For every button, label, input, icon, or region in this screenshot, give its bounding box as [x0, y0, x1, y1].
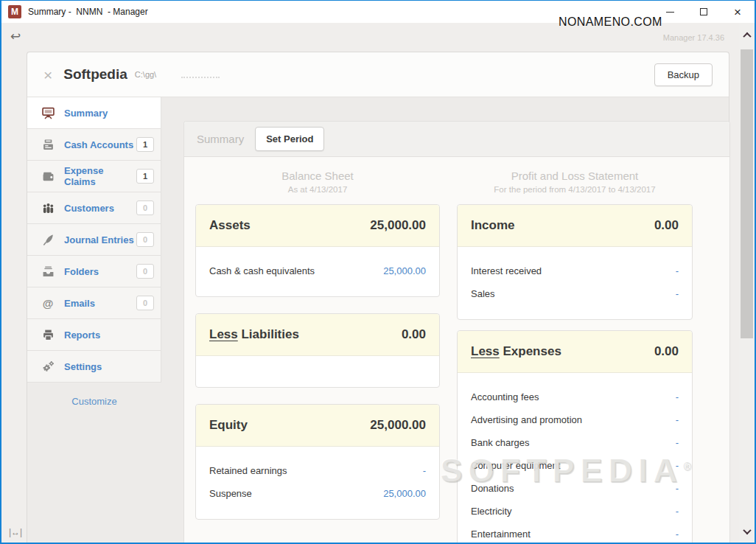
sidebar-item-journal-entries[interactable]: Journal Entries 0: [27, 224, 161, 256]
sidebar-item-settings[interactable]: Settings: [27, 351, 161, 383]
assets-card-body: Cash & cash equivalents 25,000.00: [196, 247, 439, 296]
sidebar-item-customers[interactable]: Customers 0: [27, 192, 161, 224]
account-row: Accounting fees -: [458, 386, 692, 408]
account-value-link[interactable]: -: [676, 437, 679, 448]
count-badge: 0: [136, 296, 154, 310]
window-title: Summary - NNMN - Manager: [28, 7, 148, 17]
profit-loss-header: Profit and Loss Statement For the period…: [457, 170, 693, 194]
sidebar-item-label: Summary: [64, 108, 108, 119]
account-value-link[interactable]: -: [423, 465, 426, 476]
account-label: Computer equipment: [471, 460, 560, 471]
expenses-card: Less Expenses 0.00 Accounting fees - Adv…: [457, 330, 693, 544]
app-window: M Summary - NNMN - Manager × NONAMENO.CO…: [0, 0, 756, 544]
account-value-link[interactable]: -: [676, 288, 679, 299]
account-value-link[interactable]: 25,000.00: [383, 488, 426, 499]
sidebar-item-reports[interactable]: Reports: [27, 319, 161, 351]
scrollbar-thumb[interactable]: [741, 49, 753, 338]
close-icon: ×: [734, 6, 741, 18]
account-row: Advertising and promotion -: [458, 408, 692, 431]
business-name: Softpedia: [63, 66, 127, 83]
account-label: Sales: [471, 288, 495, 299]
account-label: Cash & cash equivalents: [209, 265, 315, 276]
gears-icon: [41, 360, 55, 373]
set-period-button[interactable]: Set Period: [255, 127, 324, 151]
sidebar-item-label: Customers: [64, 203, 114, 214]
account-value-link[interactable]: -: [676, 265, 679, 276]
account-value-link[interactable]: -: [676, 414, 679, 425]
back-icon[interactable]: ↩: [10, 29, 21, 44]
account-value-link[interactable]: -: [676, 483, 679, 494]
account-row: Entertainment -: [458, 523, 692, 544]
account-row: Computer equipment -: [458, 454, 692, 477]
maximize-button[interactable]: [687, 1, 721, 23]
account-label: Advertising and promotion: [471, 414, 582, 425]
sidebar-item-label: Settings: [64, 361, 102, 372]
cash-register-icon: [41, 139, 55, 151]
customize-link[interactable]: Customize: [27, 396, 161, 407]
count-badge: 0: [136, 232, 154, 247]
account-value-link[interactable]: -: [676, 460, 679, 471]
count-badge: 1: [136, 169, 154, 184]
business-file-path: C:\gg\: [135, 70, 156, 79]
count-badge: 0: [136, 264, 154, 279]
account-row: Cash & cash equivalents 25,000.00: [196, 259, 439, 282]
count-badge: 1: [136, 137, 154, 152]
profit-loss-title: Profit and Loss Statement: [457, 170, 693, 182]
expenses-title: Less Expenses: [471, 344, 561, 359]
blurred-text-artifact: [181, 72, 220, 78]
vertical-scrollbar[interactable]: [739, 23, 755, 543]
account-row: Electricity -: [458, 500, 692, 523]
count-badge: 0: [136, 200, 154, 215]
balance-sheet-header: Balance Sheet As at 4/13/2017: [195, 170, 440, 194]
assets-card: Assets 25,000.00 Cash & cash equivalents…: [195, 204, 440, 297]
sidebar-item-cash-accounts[interactable]: Cash Accounts 1: [27, 129, 161, 161]
sidebar-item-label: Journal Entries: [64, 234, 134, 245]
chevron-down-icon: [743, 526, 751, 534]
balance-sheet-subtitle: As at 4/13/2017: [195, 185, 440, 194]
business-header: × Softpedia C:\gg\ Backup: [27, 52, 729, 97]
sidebar-item-label: Emails: [64, 298, 95, 309]
sidebar-item-summary[interactable]: Summary: [27, 97, 161, 129]
income-card-body: Interest received - Sales -: [458, 247, 692, 319]
equity-card-body: Retained earnings - Suspense 25,000.00: [196, 447, 439, 519]
tab-summary: Summary: [197, 133, 244, 145]
scroll-down-button[interactable]: [739, 523, 755, 540]
liabilities-card: Less Liabilities 0.00: [195, 313, 440, 388]
equity-card: Equity 25,000.00 Retained earnings - Sus…: [195, 404, 440, 520]
account-value-link[interactable]: -: [676, 391, 679, 402]
account-value-link[interactable]: -: [676, 506, 679, 517]
sidebar-item-emails[interactable]: @ Emails 0: [27, 287, 161, 319]
income-card-header: Income 0.00: [458, 205, 692, 247]
presentation-icon: [41, 107, 55, 119]
account-label: Accounting fees: [471, 391, 539, 402]
wallet-icon: [41, 170, 55, 183]
app-icon: M: [8, 5, 21, 18]
backup-button[interactable]: Backup: [654, 63, 713, 86]
tray-icon: [41, 265, 55, 278]
sidebar-item-label: Cash Accounts: [64, 139, 133, 150]
account-label: Electricity: [471, 506, 512, 517]
people-icon: [41, 202, 55, 215]
assets-title: Assets: [209, 218, 251, 233]
liabilities-total: 0.00: [402, 327, 426, 342]
account-value-link[interactable]: 25,000.00: [383, 265, 426, 276]
account-label: Suspense: [209, 488, 252, 499]
resize-width-icon: |↔|: [9, 527, 22, 537]
close-business-icon[interactable]: ×: [43, 67, 52, 83]
scroll-up-button[interactable]: [739, 27, 755, 43]
sidebar-item-label: Reports: [64, 329, 100, 341]
chevron-up-icon: [743, 32, 751, 41]
version-label: Manager 17.4.36: [663, 33, 724, 42]
account-value-link[interactable]: -: [676, 529, 679, 540]
account-label: Bank charges: [471, 437, 530, 448]
income-title: Income: [471, 218, 515, 233]
account-label: Retained earnings: [209, 465, 287, 476]
sidebar-item-folders[interactable]: Folders 0: [27, 256, 161, 287]
account-row: Suspense 25,000.00: [196, 482, 439, 505]
expenses-card-header: Less Expenses 0.00: [458, 331, 692, 373]
balance-sheet-title: Balance Sheet: [195, 170, 440, 182]
at-icon: @: [41, 297, 55, 310]
sidebar-item-label: Folders: [64, 266, 99, 277]
sidebar-item-expense-claims[interactable]: Expense Claims 1: [27, 161, 161, 192]
close-button[interactable]: ×: [721, 1, 755, 23]
